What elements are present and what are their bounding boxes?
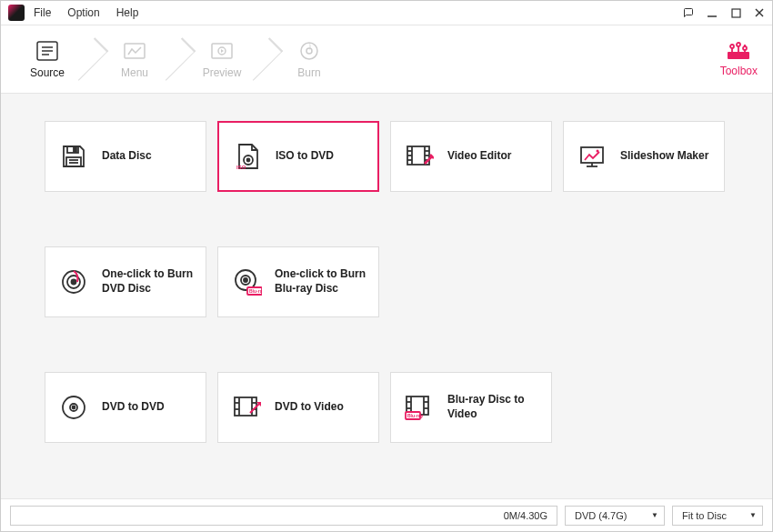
card-label: One-click to Burn Blu-ray Disc <box>275 267 366 296</box>
menu-step-icon <box>123 39 146 63</box>
window-controls <box>683 7 765 18</box>
card-row: Data Disc ISO ISO to DVD Video Editor Sl… <box>45 121 728 192</box>
chevron-right-icon <box>252 35 279 85</box>
feedback-icon[interactable] <box>683 7 694 18</box>
bottom-bar: 0M/4.30G DVD (4.7G) ▼ Fit to Disc ▼ <box>1 498 772 531</box>
svg-rect-1 <box>732 9 740 17</box>
card-label: Data Disc <box>102 149 152 164</box>
film-bluray-icon: Blu-ray <box>404 392 435 423</box>
step-bar: Source Menu Preview Burn Toolbox <box>1 25 772 94</box>
card-slideshow-maker[interactable]: Slideshow Maker <box>563 121 725 192</box>
svg-point-18 <box>737 43 740 46</box>
toolbox-button[interactable]: Toolbox <box>720 41 758 77</box>
svg-text:ISO: ISO <box>236 165 246 170</box>
svg-rect-23 <box>66 157 81 166</box>
card-video-editor[interactable]: Video Editor <box>390 121 552 192</box>
chevron-down-icon: ▼ <box>651 511 658 519</box>
card-label: Slideshow Maker <box>620 149 708 164</box>
slideshow-icon <box>577 141 607 172</box>
disc-usage-text: 0M/4.30G <box>504 510 547 521</box>
card-dvd-to-video[interactable]: DVD to Video <box>217 372 379 443</box>
content-area: Data Disc ISO ISO to DVD Video Editor Sl… <box>1 94 772 498</box>
burn-icon <box>297 39 321 63</box>
svg-text:Blu-ray: Blu-ray <box>249 288 262 294</box>
iso-file-icon: ISO <box>232 141 263 172</box>
toolbox-label: Toolbox <box>720 65 758 77</box>
chevron-right-icon <box>165 35 192 85</box>
floppy-icon <box>58 141 89 172</box>
svg-rect-38 <box>581 147 603 163</box>
svg-point-20 <box>743 46 747 50</box>
card-label: ISO to DVD <box>276 149 334 164</box>
svg-point-39 <box>597 150 599 153</box>
card-row: One-click to Burn DVD Disc Blu-ray One-c… <box>45 246 728 317</box>
disc-usage-bar: 0M/4.30G <box>10 506 557 526</box>
step-burn[interactable]: Burn <box>277 39 341 79</box>
svg-point-47 <box>244 278 247 282</box>
menu-help[interactable]: Help <box>116 6 139 19</box>
menu-option[interactable]: Option <box>67 6 99 19</box>
svg-point-44 <box>72 280 76 285</box>
step-preview[interactable]: Preview <box>190 39 254 79</box>
svg-text:Blu-ray: Blu-ray <box>407 413 423 418</box>
chevron-down-icon: ▼ <box>749 511 757 519</box>
svg-point-27 <box>247 159 250 162</box>
menu-file[interactable]: File <box>34 6 51 19</box>
card-iso-to-dvd[interactable]: ISO ISO to DVD <box>217 121 379 192</box>
menu-bar: File Option Help <box>34 6 138 19</box>
source-icon <box>35 39 59 63</box>
film-export-icon <box>231 392 262 423</box>
svg-rect-22 <box>74 147 76 152</box>
svg-marker-11 <box>221 49 224 53</box>
step-menu-label: Menu <box>121 66 148 79</box>
card-one-click-dvd[interactable]: One-click to Burn DVD Disc <box>45 246 206 317</box>
svg-point-16 <box>730 45 734 48</box>
app-logo <box>8 5 25 21</box>
card-label: DVD to DVD <box>102 400 165 415</box>
fit-value: Fit to Disc <box>682 510 727 521</box>
svg-point-52 <box>73 407 75 409</box>
card-dvd-to-dvd[interactable]: DVD to DVD <box>45 372 206 443</box>
disc-burn-icon <box>58 266 89 297</box>
minimize-icon[interactable] <box>707 7 718 18</box>
card-label: DVD to Video <box>275 400 344 415</box>
card-label: Blu-ray Disc to Video <box>447 393 538 421</box>
card-label: Video Editor <box>447 149 511 164</box>
step-preview-label: Preview <box>203 66 242 79</box>
fit-select[interactable]: Fit to Disc ▼ <box>672 506 763 526</box>
disc-bluray-icon: Blu-ray <box>231 266 262 297</box>
svg-rect-14 <box>728 52 749 59</box>
disc-type-value: DVD (4.7G) <box>575 510 627 521</box>
disc-icon <box>58 392 89 423</box>
film-edit-icon <box>404 141 435 172</box>
step-source-label: Source <box>30 66 65 79</box>
chevron-right-icon <box>77 35 105 85</box>
titlebar: File Option Help <box>1 1 772 25</box>
step-menu[interactable]: Menu <box>103 39 166 79</box>
card-label: One-click to Burn DVD Disc <box>102 267 193 296</box>
card-bluray-to-video[interactable]: Blu-ray Blu-ray Disc to Video <box>390 372 552 443</box>
card-data-disc[interactable]: Data Disc <box>45 121 206 192</box>
step-source[interactable]: Source <box>15 39 79 79</box>
step-burn-label: Burn <box>297 66 320 79</box>
svg-rect-53 <box>235 397 256 416</box>
card-row: DVD to DVD DVD to Video Blu-ray Blu-ray … <box>45 372 728 443</box>
preview-icon <box>210 39 234 63</box>
maximize-icon[interactable] <box>730 7 741 18</box>
close-icon[interactable] <box>754 7 765 18</box>
card-one-click-bluray[interactable]: Blu-ray One-click to Burn Blu-ray Disc <box>217 246 379 317</box>
disc-type-select[interactable]: DVD (4.7G) ▼ <box>565 506 665 526</box>
